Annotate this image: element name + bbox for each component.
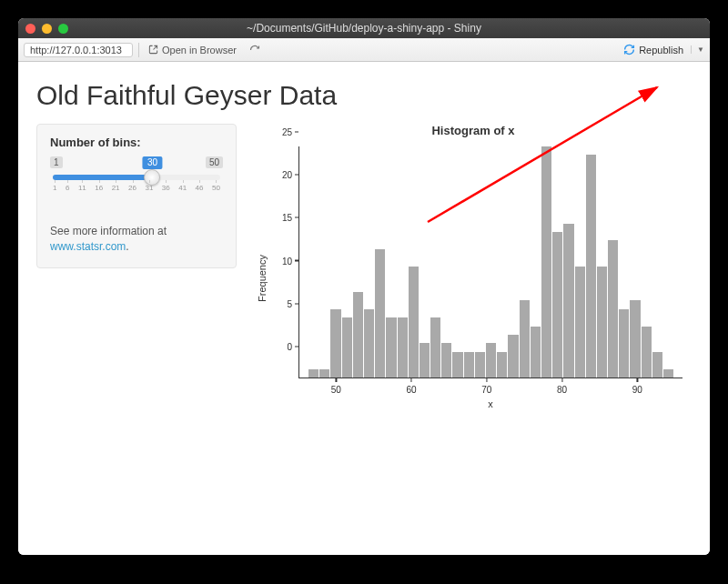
histogram-bar	[663, 369, 673, 378]
slider-tick: 1	[53, 184, 56, 192]
y-tick: 5	[287, 298, 298, 308]
y-axis-ticks: 0510152025	[271, 146, 298, 378]
histogram-bar	[364, 309, 374, 378]
titlebar: ~/Documents/GitHub/deploy-a-shiny-app - …	[18, 18, 710, 38]
histogram-bar	[652, 352, 662, 378]
y-axis-label: Frequency	[257, 255, 268, 302]
histogram-bar	[308, 369, 318, 378]
slider-value: 30	[143, 156, 162, 169]
histogram-bar	[597, 267, 607, 378]
x-tick: 70	[481, 378, 491, 395]
histogram-bar	[452, 352, 462, 378]
histogram-bar	[330, 309, 340, 378]
app-window: ~/Documents/GitHub/deploy-a-shiny-app - …	[18, 18, 710, 555]
slider-tick: 50	[212, 184, 220, 192]
bins-slider[interactable]: 1 50 30 16111621263136414650	[50, 156, 223, 207]
histogram-bar	[375, 249, 385, 378]
slider-min: 1	[50, 156, 63, 168]
x-tick: 50	[331, 378, 341, 395]
slider-tick: 21	[112, 184, 120, 192]
y-tick: 20	[282, 170, 298, 180]
slider-tick: 41	[178, 184, 187, 192]
minimize-window-button[interactable]	[42, 24, 52, 34]
x-tick: 80	[557, 378, 567, 395]
slider-max: 50	[206, 156, 223, 168]
main-row: Number of bins: 1 50 30 1611162126313641…	[36, 124, 692, 537]
reload-button[interactable]	[246, 45, 264, 55]
sidebar-info: See more information at www.statsr.com.	[50, 224, 223, 255]
histogram-bar	[608, 240, 618, 378]
y-tick: 0	[287, 342, 298, 352]
y-tick: 10	[282, 256, 298, 266]
histogram-bar	[409, 267, 419, 378]
close-window-button[interactable]	[25, 24, 35, 34]
histogram-bars	[299, 146, 682, 378]
histogram-bar	[619, 309, 629, 378]
toolbar-divider	[138, 43, 139, 57]
plot-frame	[298, 146, 682, 378]
slider-ticks: 16111621263136414650	[53, 184, 220, 192]
histogram-bar	[552, 232, 562, 378]
x-axis-ticks: x 5060708090	[298, 378, 682, 410]
histogram-bar	[520, 300, 530, 378]
histogram-bar	[398, 317, 408, 378]
chart-area: Histogram of x Frequency 0510152025 x 50…	[255, 124, 692, 410]
x-tick: 90	[632, 378, 642, 395]
slider-label: Number of bins:	[50, 136, 223, 149]
info-suffix: .	[126, 240, 128, 253]
app-body: Old Faithful Geyser Data Number of bins:…	[18, 62, 710, 555]
x-tick: 60	[407, 378, 417, 395]
sidebar-panel: Number of bins: 1 50 30 1611162126313641…	[36, 124, 237, 268]
histogram-bar	[541, 146, 551, 378]
histogram-bar	[420, 343, 430, 378]
histogram-bar	[464, 352, 474, 378]
x-axis-label: x	[298, 398, 682, 409]
republish-dropdown-caret[interactable]: ▼	[691, 45, 704, 54]
histogram-bar	[531, 327, 541, 378]
republish-button[interactable]: Republish ▼	[623, 44, 704, 55]
zoom-window-button[interactable]	[58, 24, 68, 34]
histogram-bar	[486, 343, 496, 378]
histogram-bar	[630, 300, 640, 378]
slider-tick: 11	[78, 184, 86, 192]
toolbar: http://127.0.0.1:3013 Open in Browser	[18, 38, 710, 62]
histogram-bar	[563, 224, 573, 378]
url-field[interactable]: http://127.0.0.1:3013	[24, 43, 133, 57]
chart-canvas: Frequency 0510152025 x 5060708090	[255, 146, 692, 410]
info-prefix: See more information at	[50, 225, 167, 237]
histogram-bar	[586, 155, 596, 378]
histogram-bar	[319, 369, 329, 378]
window-title: ~/Documents/GitHub/deploy-a-shiny-app - …	[18, 22, 710, 35]
histogram-bar	[386, 317, 396, 378]
slider-tick: 6	[66, 184, 69, 192]
histogram-bar	[430, 317, 440, 378]
slider-tick: 16	[95, 184, 103, 192]
slider-tick: 46	[196, 184, 204, 192]
histogram-bar	[508, 335, 518, 378]
y-tick: 15	[282, 213, 298, 223]
histogram-bar	[441, 343, 451, 378]
histogram-bar	[575, 267, 585, 378]
chart-title: Histogram of x	[255, 124, 692, 137]
slider-tick: 26	[128, 184, 136, 192]
open-in-browser-button[interactable]: Open in Browser	[145, 45, 240, 55]
histogram-bar	[497, 352, 507, 378]
window-controls	[18, 24, 68, 34]
histogram-bar	[342, 317, 352, 378]
y-tick: 25	[282, 126, 298, 136]
republish-label: Republish	[639, 45, 683, 55]
histogram-bar	[642, 327, 652, 378]
slider-tick: 36	[162, 184, 170, 192]
reload-icon	[249, 45, 260, 55]
republish-icon	[623, 44, 635, 55]
slider-track[interactable]	[53, 175, 220, 180]
open-in-browser-label: Open in Browser	[162, 45, 237, 55]
slider-tick: 31	[145, 184, 153, 192]
info-link[interactable]: www.statsr.com	[50, 240, 126, 253]
external-link-icon	[148, 45, 158, 55]
histogram-bar	[353, 292, 363, 378]
page-title: Old Faithful Geyser Data	[36, 80, 692, 111]
histogram-bar	[475, 352, 485, 378]
